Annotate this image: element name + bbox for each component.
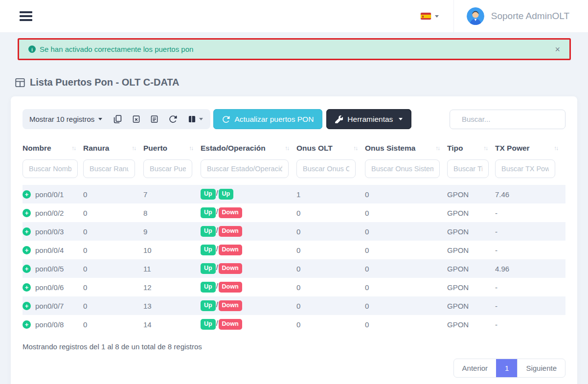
filter-puerto-input[interactable] — [143, 159, 192, 178]
tools-dropdown-button[interactable]: Herramientas — [326, 109, 411, 129]
table-icon — [15, 78, 25, 88]
cell-estado-operacion: Up/Down — [201, 241, 296, 259]
pagination-previous-button[interactable]: Anterior — [454, 359, 497, 377]
cell-onus-olt: 0 — [296, 259, 365, 278]
filter-onus-olt-input[interactable] — [296, 159, 356, 178]
filter-estado-input[interactable] — [201, 159, 289, 178]
expand-row-plus-icon[interactable] — [23, 246, 31, 254]
pagination-next-button[interactable]: Siguiente — [517, 359, 565, 377]
cell-nombre: pon0/0/1 — [23, 185, 83, 203]
status-separator: / — [216, 245, 218, 253]
cell-onus-sistema: 0 — [365, 222, 447, 241]
cell-tx-power: - — [495, 296, 565, 315]
user-menu[interactable]: Soporte AdminOLT — [454, 0, 588, 32]
estado-badge: Up — [201, 226, 216, 237]
sort-icon: ↑↓ — [483, 145, 487, 152]
alert-message: Se han activado correctamente los puerto… — [40, 45, 193, 53]
filter-onus-sistema-input[interactable] — [365, 159, 440, 178]
cell-onus-sistema: 0 — [365, 278, 447, 296]
wrench-icon — [335, 115, 343, 123]
column-header-estado-operacion[interactable]: Estado/Operación↑↓ — [201, 140, 296, 158]
cell-tx-power: - — [495, 203, 565, 222]
copy-button[interactable] — [108, 109, 127, 129]
reload-table-button[interactable] — [163, 109, 182, 129]
cell-tx-power: - — [495, 278, 565, 296]
filter-tipo-input[interactable] — [447, 159, 489, 178]
cell-onus-olt: 1 — [296, 185, 365, 203]
expand-row-plus-icon[interactable] — [23, 302, 31, 310]
column-header-ranura[interactable]: Ranura↑↓ — [83, 140, 143, 158]
expand-row-plus-icon[interactable] — [23, 227, 31, 236]
cell-puerto: 8 — [143, 203, 201, 222]
operacion-badge: Down — [219, 319, 242, 330]
sort-icon: ↑↓ — [435, 145, 439, 152]
column-header-tx-power[interactable]: TX Power↑↓ — [495, 140, 565, 158]
estado-badge: Up — [201, 263, 216, 274]
success-alert: i Se han activado correctamente los puer… — [18, 38, 571, 60]
table-row: pon0/0/7 0 13 Up/Down 0 0 GPON - — [23, 296, 565, 315]
hamburger-menu-icon[interactable] — [20, 11, 32, 21]
cell-tipo: GPON — [447, 241, 495, 259]
table-row: pon0/0/4 0 10 Up/Down 0 0 GPON - — [23, 241, 565, 259]
column-header-tipo[interactable]: Tipo↑↓ — [447, 140, 495, 158]
alert-close-icon[interactable]: × — [555, 45, 560, 54]
expand-row-plus-icon[interactable] — [23, 265, 31, 273]
cell-estado-operacion: Up/Down — [201, 259, 296, 278]
chevron-down-icon — [399, 118, 403, 120]
cell-estado-operacion: Up/Down — [201, 203, 296, 222]
pagination-current-page[interactable]: 1 — [496, 359, 517, 377]
operacion-badge: Down — [219, 300, 242, 311]
cell-tx-power: 7.46 — [495, 185, 565, 203]
sort-icon: ↑↓ — [132, 145, 136, 152]
column-header-onus-olt[interactable]: Onus OLT↑↓ — [296, 140, 365, 158]
copy-icon — [113, 115, 122, 123]
estado-badge: Up — [201, 282, 216, 293]
cell-puerto: 11 — [143, 259, 201, 278]
column-visibility-dropdown[interactable] — [182, 109, 208, 129]
records-per-page-dropdown[interactable]: Mostrar 10 registros — [29, 115, 108, 123]
chevron-down-icon — [98, 118, 102, 120]
search-input[interactable] — [462, 115, 559, 123]
expand-row-plus-icon[interactable] — [23, 320, 31, 329]
cell-onus-olt: 0 — [296, 241, 365, 259]
cell-estado-operacion: Up/Down — [201, 222, 296, 241]
export-document-button[interactable] — [145, 109, 163, 129]
status-separator: / — [216, 208, 218, 216]
table-row: pon0/0/8 0 14 Up/Down 0 0 GPON - — [23, 315, 565, 334]
operacion-badge: Down — [219, 263, 242, 274]
filter-tx-power-input[interactable] — [495, 159, 555, 178]
language-selector[interactable] — [421, 13, 453, 20]
column-header-puerto[interactable]: Puerto↑↓ — [143, 140, 201, 158]
update-pon-ports-button[interactable]: Actualizar puertos PON — [213, 109, 322, 129]
status-separator: / — [216, 301, 218, 309]
column-header-onus-sistema[interactable]: Onus Sistema↑↓ — [365, 140, 447, 158]
cell-tipo: GPON — [447, 185, 495, 203]
cell-nombre: pon0/0/7 — [23, 296, 83, 315]
refresh-icon — [169, 115, 177, 123]
status-separator: / — [216, 264, 218, 271]
table-row: pon0/0/5 0 11 Up/Down 0 0 GPON 4.96 — [23, 259, 565, 278]
cell-onus-sistema: 0 — [365, 241, 447, 259]
estado-badge: Up — [201, 319, 216, 330]
cell-tx-power: - — [495, 315, 565, 334]
column-header-nombre[interactable]: Nombre↑↓ — [23, 140, 83, 158]
cell-tipo: GPON — [447, 315, 495, 334]
cell-tx-power: 4.96 — [495, 259, 565, 278]
export-excel-button[interactable] — [127, 109, 145, 129]
filter-nombre-input[interactable] — [23, 159, 78, 178]
cell-puerto: 14 — [143, 315, 201, 334]
cell-ranura: 0 — [83, 185, 143, 203]
cell-puerto: 7 — [143, 185, 201, 203]
expand-row-plus-icon[interactable] — [23, 283, 31, 292]
cell-ranura: 0 — [83, 315, 143, 334]
columns-icon — [188, 115, 196, 123]
cell-estado-operacion: Up/Down — [201, 296, 296, 315]
filter-ranura-input[interactable] — [83, 159, 135, 178]
expand-row-plus-icon[interactable] — [23, 190, 31, 199]
cell-estado-operacion: Up/Up — [201, 185, 296, 203]
cell-puerto: 10 — [143, 241, 201, 259]
expand-row-plus-icon[interactable] — [23, 209, 31, 217]
chevron-down-icon — [199, 118, 203, 120]
table-row: pon0/0/1 0 7 Up/Up 1 0 GPON 7.46 — [23, 185, 565, 203]
sort-icon: ↑↓ — [353, 145, 357, 152]
